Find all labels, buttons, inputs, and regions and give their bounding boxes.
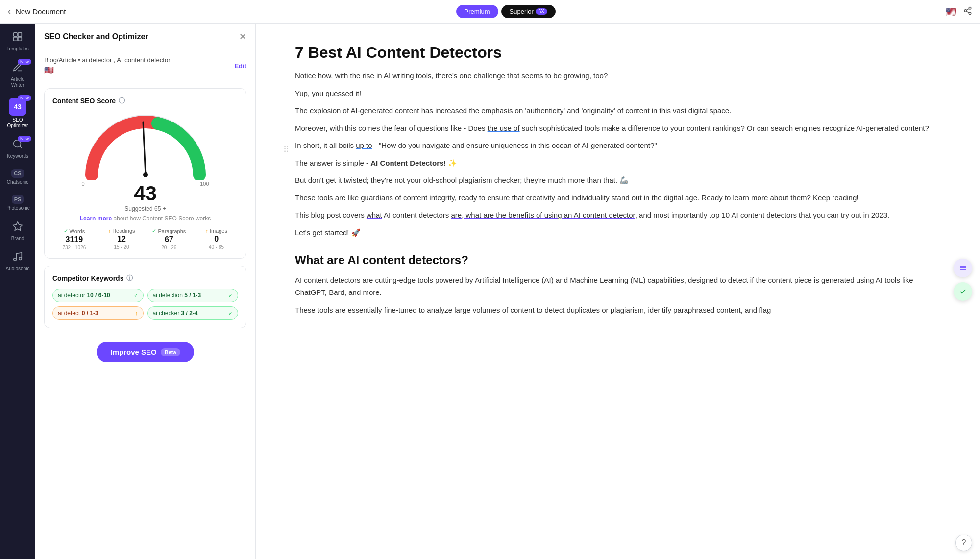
svg-rect-7 [14,37,17,41]
content-p-4: Moreover, with this comes the fear of qu… [295,122,941,135]
gauge-chart [82,111,209,180]
stat-words-label: ✓ Words [64,228,85,234]
meta-flag: 🇺🇸 [44,66,170,75]
stat-paragraphs-label: ✓ Paragraphs [152,228,186,234]
svg-rect-5 [14,33,17,36]
svg-point-13 [19,257,22,260]
content-p-2: Yup, you guessed it! [295,87,941,100]
topbar-left: ‹ New Document [8,6,66,17]
svg-line-4 [966,8,969,10]
gauge-score: 43 [134,182,157,205]
seo-optimizer-badge: New [18,95,31,101]
stat-words-range: 732 - 1026 [62,245,86,250]
content-p-10: Let's get started! 🚀 [295,226,941,239]
sidebar-item-article-writer[interactable]: Article Writer New [2,58,33,92]
audiosonic-icon [12,251,23,265]
brand-label: Brand [11,236,24,242]
sidebar-item-keywords[interactable]: Keywords New [2,135,33,163]
list-float-button[interactable] [954,259,972,277]
tab-premium[interactable]: Premium [456,5,498,18]
improve-seo-button[interactable]: Improve SEO Beta [97,342,194,362]
seo-meta-info: Blog/Article • ai detector , AI content … [44,56,170,75]
topbar-right: 🇺🇸 [946,6,972,17]
kw-up-1: ↑ [135,310,138,316]
content-p-9: This blog post covers what AI content de… [295,209,941,221]
content-p-3: The explosion of AI-generated content ha… [295,104,941,117]
competitor-keywords-card: Competitor Keywords ⓘ ai detector 10 / 6… [44,266,246,328]
kw-check-1: ✓ [134,292,138,299]
sidebar-item-seo-optimizer[interactable]: 43 SEO Optimizer New [2,94,33,133]
seo-panel: SEO Checker and Optimizer ✕ Blog/Article… [35,24,256,559]
content-area: ⠿ 7 Best AI Content Detectors Notice how… [256,24,980,559]
flag-icon: 🇺🇸 [946,6,956,17]
keywords-info-icon[interactable]: ⓘ [126,274,133,283]
sidebar: Templates Article Writer New 43 SEO Opti… [0,24,35,559]
svg-point-1 [964,9,967,12]
kw-check-2: ✓ [228,292,233,299]
stat-images-value: 0 [214,235,219,243]
audiosonic-label: Audiosonic [6,266,30,272]
learn-more: Learn more about how Content SEO Score w… [80,215,211,222]
sidebar-item-chatsonic[interactable]: CS Chatsonic [2,165,33,189]
svg-point-2 [969,12,971,15]
svg-point-15 [143,172,148,177]
keyword-ai-detector: ai detector 10 / 6-10 ✓ [52,289,144,302]
underline-span-4: up to [356,141,372,149]
drag-handle[interactable]: ⠿ [283,145,289,154]
gauge-suggested: Suggested 65 + [124,205,166,212]
check-float-button[interactable] [954,282,972,301]
underline-span-3: the use of [488,124,520,132]
stat-headings-value: 12 [117,235,126,243]
stat-headings-label: ↑ Headings [108,228,135,234]
underline-span-1: there's one challenge that [436,72,519,80]
main-layout: Templates Article Writer New 43 SEO Opti… [0,24,980,559]
keywords-grid: ai detector 10 / 6-10 ✓ ai detection 5 /… [52,289,238,320]
content-h2: What are AI content detectors? [295,252,941,267]
back-button[interactable]: ‹ [8,6,11,17]
share-icon[interactable] [963,6,972,17]
svg-line-14 [143,122,146,175]
seo-meta: Blog/Article • ai detector , AI content … [35,50,255,81]
score-info-icon[interactable]: ⓘ [119,97,125,105]
stat-paragraphs-range: 20 - 26 [161,245,176,250]
chatsonic-label: Chatsonic [7,179,28,185]
tab-superior[interactable]: Superior 6X [501,5,556,18]
article-writer-label: Article Writer [4,76,31,88]
seo-optimizer-label: SEO Optimizer [4,117,31,129]
improve-beta-badge: Beta [161,348,180,356]
svg-marker-11 [13,222,22,230]
keywords-label: Keywords [7,153,28,159]
link-what: what [367,211,382,219]
topbar: ‹ New Document Premium Superior 6X 🇺🇸 [0,0,980,24]
paragraphs-check-icon: ✓ [152,228,156,234]
sidebar-item-templates[interactable]: Templates [2,27,33,56]
gauge-container: 0 100 43 Suggested 65 + Learn more about… [52,111,238,222]
content-p-11: AI content detectors are cutting-edge to… [295,274,941,299]
stat-headings-range: 15 - 20 [114,244,129,250]
chatsonic-icon: CS [11,169,24,178]
superior-badge: 6X [536,8,547,15]
words-check-icon: ✓ [64,228,68,234]
svg-point-12 [14,258,17,261]
content-h1: 7 Best AI Content Detectors [295,43,941,62]
link-are: are, what are the benefits of using an A… [451,211,635,219]
score-card-title: Content SEO Score ⓘ [52,97,238,105]
stat-paragraphs-value: 67 [165,235,173,244]
edit-button[interactable]: Edit [234,62,246,70]
svg-rect-8 [18,37,22,41]
stat-words: ✓ Words 3119 732 - 1026 [52,228,96,250]
sidebar-item-audiosonic[interactable]: Audiosonic [2,247,33,276]
learn-more-link[interactable]: Learn more [80,215,112,222]
help-button[interactable]: ? [956,535,972,551]
seo-meta-text: Blog/Article • ai detector , AI content … [44,56,170,64]
sidebar-item-photosonic[interactable]: PS Photosonic [2,191,33,215]
document-title: New Document [16,7,66,16]
keyword-ai-detect: ai detect 0 / 1-3 ↑ [52,306,144,320]
keywords-badge: New [18,136,31,142]
sidebar-item-brand[interactable]: Brand [2,217,33,245]
content-p-12: These tools are essentially fine-tuned t… [295,304,941,316]
stat-images-label: ↑ Images [205,228,227,234]
stat-images-range: 40 - 85 [209,244,224,250]
improve-section: Improve SEO Beta [35,335,255,371]
close-button[interactable]: ✕ [239,31,246,42]
